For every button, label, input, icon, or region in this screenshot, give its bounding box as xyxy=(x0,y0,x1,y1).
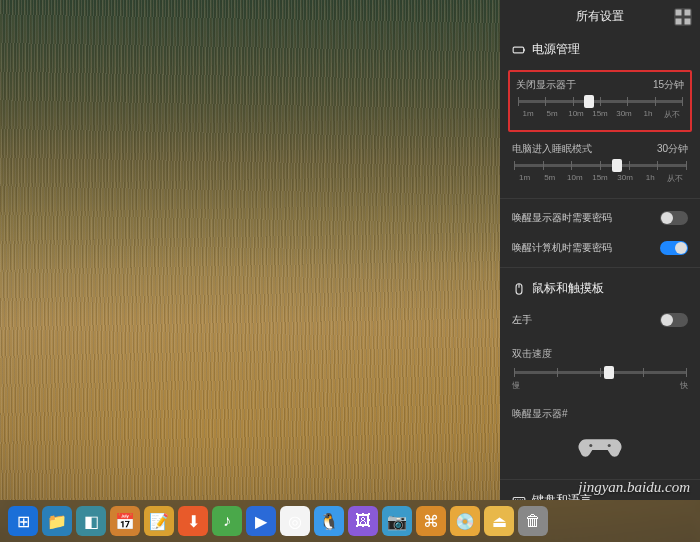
dock-item-calendar[interactable]: 📅 xyxy=(110,506,140,536)
gamepad-icon xyxy=(577,433,623,461)
display-off-slider[interactable] xyxy=(518,100,682,103)
panel-header: 所有设置 xyxy=(500,0,700,33)
dock-item-music[interactable]: ♪ xyxy=(212,506,242,536)
slider-thumb[interactable] xyxy=(604,366,614,379)
dock-item-files[interactable]: 📁 xyxy=(42,506,72,536)
display-off-value: 15分钟 xyxy=(653,78,684,92)
dock-item-video[interactable]: ▶ xyxy=(246,506,276,536)
wake-display-label: 唤醒显示器# xyxy=(500,401,700,423)
left-hand-toggle[interactable] xyxy=(660,313,688,327)
grid-view-button[interactable] xyxy=(674,8,692,26)
sleep-label: 电脑进入睡眠模式 xyxy=(512,142,592,156)
dock-item-launcher[interactable]: ⊞ xyxy=(8,506,38,536)
svg-rect-2 xyxy=(676,18,682,24)
panel-title: 所有设置 xyxy=(576,8,624,25)
settings-panel: 所有设置 电源管理 关闭显示器于 15分钟 1m5m10m15m30m1h从不 … xyxy=(500,0,700,500)
dock-item-chrome[interactable]: ◎ xyxy=(280,506,310,536)
dock-item-camera[interactable]: 📷 xyxy=(382,506,412,536)
slider-thumb[interactable] xyxy=(584,95,594,108)
wake-display-pwd-toggle[interactable] xyxy=(660,211,688,225)
dock-item-photos[interactable]: 🖼 xyxy=(348,506,378,536)
svg-point-9 xyxy=(608,444,611,447)
slider-ticks: 1m5m10m15m30m1h从不 xyxy=(512,173,688,184)
wake-computer-pwd-label: 唤醒计算机时需要密码 xyxy=(512,241,612,255)
display-off-label: 关闭显示器于 xyxy=(516,78,576,92)
wake-display-pwd-label: 唤醒显示器时需要密码 xyxy=(512,211,612,225)
dock-item-notes[interactable]: 📝 xyxy=(144,506,174,536)
dock-item-eject[interactable]: ⏏ xyxy=(484,506,514,536)
left-hand-label: 左手 xyxy=(512,313,532,327)
dock-item-disk[interactable]: 💿 xyxy=(450,506,480,536)
sleep-value: 30分钟 xyxy=(657,142,688,156)
sleep-slider[interactable] xyxy=(514,164,686,167)
dbl-click-slider[interactable] xyxy=(514,371,686,374)
svg-rect-4 xyxy=(513,47,524,53)
dock-item-qq[interactable]: 🐧 xyxy=(314,506,344,536)
dock-item-app1[interactable]: ◧ xyxy=(76,506,106,536)
wake-computer-pwd-toggle[interactable] xyxy=(660,241,688,255)
svg-rect-5 xyxy=(524,48,525,50)
section-power: 电源管理 xyxy=(500,33,700,66)
dock-item-store[interactable]: ⬇ xyxy=(178,506,208,536)
test-area[interactable] xyxy=(500,423,700,475)
svg-rect-3 xyxy=(685,18,691,24)
battery-icon xyxy=(512,43,526,57)
svg-rect-1 xyxy=(685,9,691,15)
slider-ticks: 1m5m10m15m30m1h从不 xyxy=(516,109,684,120)
mouse-icon xyxy=(512,282,526,296)
svg-point-8 xyxy=(589,444,592,447)
dock-item-trash[interactable]: 🗑 xyxy=(518,506,548,536)
svg-rect-0 xyxy=(676,9,682,15)
dbl-click-label: 双击速度 xyxy=(512,341,688,363)
grid-icon xyxy=(674,8,692,26)
dock-item-terminal[interactable]: ⌘ xyxy=(416,506,446,536)
dock: ⊞📁◧📅📝⬇♪▶◎🐧🖼📷⌘💿⏏🗑 xyxy=(0,500,700,542)
slider-thumb[interactable] xyxy=(612,159,622,172)
highlighted-setting: 关闭显示器于 15分钟 1m5m10m15m30m1h从不 xyxy=(508,70,692,132)
section-mouse: 鼠标和触摸板 xyxy=(500,272,700,305)
watermark: jingyan.baidu.com xyxy=(578,479,690,496)
